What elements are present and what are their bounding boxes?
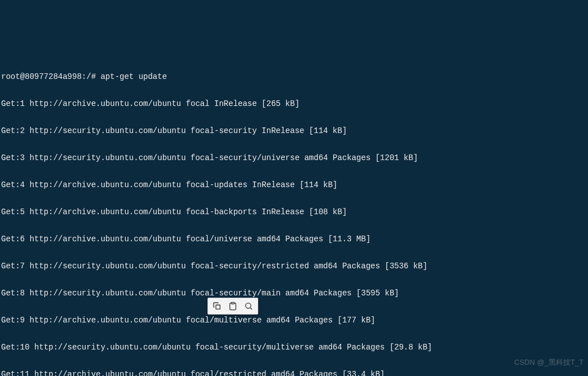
output-line: Get:8 http://security.ubuntu.com/ubuntu … xyxy=(1,286,587,300)
output-line: Get:10 http://security.ubuntu.com/ubuntu… xyxy=(1,340,587,354)
svg-line-3 xyxy=(250,308,252,309)
output-line: Get:5 http://archive.ubuntu.com/ubuntu f… xyxy=(1,205,587,219)
output-line: Get:4 http://archive.ubuntu.com/ubuntu f… xyxy=(1,178,587,192)
output-line: Get:3 http://security.ubuntu.com/ubuntu … xyxy=(1,151,587,165)
copy-icon xyxy=(213,302,222,311)
prompt-userhost: root@80977284a998 xyxy=(1,72,82,81)
svg-rect-1 xyxy=(231,302,234,304)
paste-button[interactable] xyxy=(225,299,241,313)
prompt-path: :/# xyxy=(82,72,96,81)
svg-point-2 xyxy=(246,303,251,308)
output-line: Get:1 http://archive.ubuntu.com/ubuntu f… xyxy=(1,97,587,110)
output-line: Get:11 http://archive.ubuntu.com/ubuntu … xyxy=(1,368,587,376)
output-line: Get:7 http://security.ubuntu.com/ubuntu … xyxy=(1,259,587,273)
terminal-output[interactable]: root@80977284a998:/# apt-get update Get:… xyxy=(1,56,587,376)
command-text: apt-get update xyxy=(100,72,167,81)
selection-toolbar xyxy=(207,298,258,315)
paste-icon xyxy=(228,302,237,311)
search-icon xyxy=(244,302,253,311)
output-line: Get:6 http://archive.ubuntu.com/ubuntu f… xyxy=(1,232,587,246)
copy-button[interactable] xyxy=(209,299,225,313)
search-button[interactable] xyxy=(241,299,257,313)
output-line: Get:9 http://archive.ubuntu.com/ubuntu f… xyxy=(1,313,587,327)
watermark-text: CSDN @_黑科技T_T xyxy=(514,356,583,369)
prompt-line-1: root@80977284a998:/# apt-get update xyxy=(1,70,587,83)
svg-rect-0 xyxy=(216,305,220,309)
output-line: Get:2 http://security.ubuntu.com/ubuntu … xyxy=(1,124,587,138)
